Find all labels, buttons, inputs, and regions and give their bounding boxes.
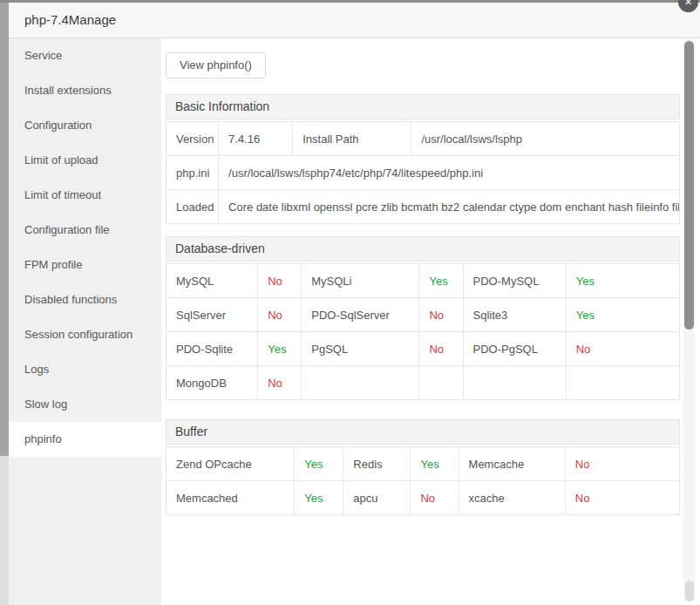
table-row: MongoDBNo [167, 366, 680, 400]
sidebar-item-session-configuration[interactable]: Session configuration [9, 317, 161, 352]
feature-name: Memcache [459, 447, 565, 481]
feature-status: No [565, 481, 679, 515]
sidebar-item-logs[interactable]: Logs [9, 352, 161, 387]
feature-status: No [258, 298, 302, 332]
sidebar-menu: ServiceInstall extensionsConfigurationLi… [9, 38, 161, 605]
php-ini-label: php.ini [167, 156, 219, 190]
sidebar-item-disabled-functions[interactable]: Disabled functions [9, 282, 161, 317]
feature-name: apcu [343, 481, 411, 515]
page-background-edge-lower [0, 456, 9, 605]
feature-name: SqlServer [167, 298, 258, 332]
sidebar-item-configuration[interactable]: Configuration [9, 108, 161, 143]
install-path-label: Install Path [293, 122, 411, 156]
dialog-title: php-7.4Manage [24, 12, 116, 27]
empty-cell [419, 366, 463, 400]
scrollbar-thumb[interactable] [684, 41, 694, 330]
screen: php-7.4Manage ServiceInstall extensionsC… [0, 0, 700, 605]
sidebar-item-fpm-profile[interactable]: FPM profile [9, 248, 161, 282]
feature-name: MongoDB [167, 366, 258, 400]
basic-info-table: Version 7.4.16 Install Path /usr/local/l… [166, 121, 680, 224]
section-title-database-driven: Database-driven [166, 236, 680, 262]
sidebar-item-slow-log[interactable]: Slow log [9, 387, 161, 422]
scrollbar-bottom-cap [685, 581, 694, 602]
sidebar-item-limit-of-timeout[interactable]: Limit of timeout [9, 178, 161, 213]
close-icon: ✕ [684, 0, 692, 7]
feature-status: No [565, 447, 679, 481]
sidebar-item-service[interactable]: Service [9, 38, 161, 73]
dialog-header: php-7.4Manage [9, 3, 700, 38]
feature-status: No [566, 332, 679, 366]
loaded-label: Loaded [167, 190, 219, 224]
feature-status: No [411, 481, 459, 515]
feature-status: Yes [419, 264, 463, 298]
section-basic-information: Basic Information Version 7.4.16 Install… [166, 94, 680, 224]
feature-status: Yes [566, 264, 679, 298]
feature-status: No [419, 332, 463, 366]
feature-status: Yes [411, 447, 459, 481]
feature-status: Yes [295, 481, 343, 515]
feature-name: MySQLi [302, 264, 419, 298]
empty-cell [566, 366, 679, 400]
version-label: Version [167, 122, 219, 156]
table-row: Zend OPcacheYesRedisYesMemcacheNo [167, 447, 680, 481]
install-path-value: /usr/local/lsws/lsphp [411, 122, 680, 156]
loaded-modules-value: Core date libxml openssl pcre zlib bcmat… [219, 190, 680, 224]
version-value: 7.4.16 [219, 122, 293, 156]
sidebar-item-configuration-file[interactable]: Configuration file [9, 213, 161, 248]
section-title-basic-information: Basic Information [166, 94, 680, 119]
feature-status: No [419, 298, 463, 332]
table-row: PDO-SqliteYesPgSQLNoPDO-PgSQLNo [167, 332, 680, 366]
sidebar-item-phpinfo[interactable]: phpinfo [9, 422, 161, 457]
feature-name: Redis [343, 447, 411, 481]
feature-status: No [258, 264, 302, 298]
feature-status: Yes [295, 447, 343, 481]
table-row: MemcachedYesapcuNoxcacheNo [167, 481, 680, 515]
table-row: SqlServerNoPDO-SqlServerNoSqlite3Yes [167, 298, 680, 332]
feature-status: Yes [258, 332, 302, 366]
feature-status: Yes [566, 298, 679, 332]
section-database-driven: Database-driven MySQLNoMySQLiYesPDO-MySQ… [166, 236, 680, 400]
feature-name: PgSQL [302, 332, 419, 366]
content-area: View phpinfo() Basic Information Version… [161, 38, 683, 605]
view-phpinfo-button[interactable]: View phpinfo() [166, 52, 266, 78]
sidebar-item-install-extensions[interactable]: Install extensions [9, 73, 161, 108]
section-buffer: Buffer Zend OPcacheYesRedisYesMemcacheNo… [166, 419, 680, 515]
feature-status: No [258, 366, 302, 400]
buffer-table: Zend OPcacheYesRedisYesMemcacheNoMemcach… [166, 446, 680, 515]
feature-name: PDO-MySQL [463, 264, 566, 298]
database-driven-table: MySQLNoMySQLiYesPDO-MySQLYesSqlServerNoP… [166, 263, 680, 400]
table-row: MySQLNoMySQLiYesPDO-MySQLYes [167, 264, 680, 298]
php-ini-value: /usr/local/lsws/lsphp74/etc/php/74/lites… [219, 156, 680, 190]
feature-name: PDO-PgSQL [463, 332, 566, 366]
feature-name: xcache [459, 481, 565, 515]
table-row: Loaded Core date libxml openssl pcre zli… [167, 190, 680, 224]
table-row: php.ini /usr/local/lsws/lsphp74/etc/php/… [167, 156, 680, 190]
feature-name: Sqlite3 [463, 298, 566, 332]
feature-name: MySQL [167, 264, 258, 298]
feature-name: Zend OPcache [167, 447, 295, 481]
empty-cell [463, 366, 566, 400]
section-title-buffer: Buffer [166, 419, 680, 445]
php-manage-dialog: php-7.4Manage ServiceInstall extensionsC… [9, 3, 700, 605]
feature-name: PDO-SqlServer [302, 298, 419, 332]
page-background-edge [0, 0, 9, 456]
feature-name: Memcached [167, 481, 295, 515]
feature-name: PDO-Sqlite [167, 332, 258, 366]
table-row: Version 7.4.16 Install Path /usr/local/l… [167, 122, 680, 156]
sidebar-item-limit-of-upload[interactable]: Limit of upload [9, 143, 161, 178]
empty-cell [302, 366, 419, 400]
